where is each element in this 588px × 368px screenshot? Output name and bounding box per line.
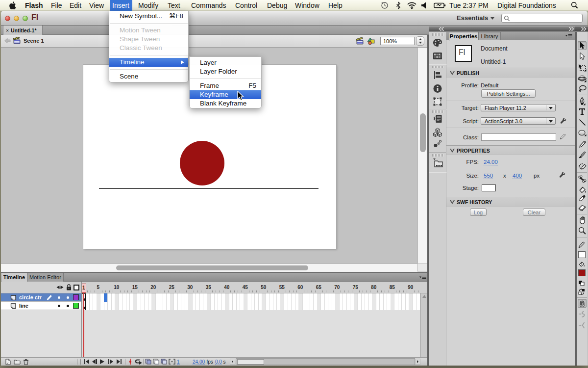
stage-red-circle[interactable] (180, 141, 224, 185)
paint-bucket-tool[interactable] (578, 185, 587, 194)
apple-menu-icon[interactable] (9, 1, 16, 12)
search-input[interactable] (501, 14, 583, 23)
script-settings-wrench-icon[interactable] (560, 117, 566, 124)
class-edit-pencil-icon[interactable] (560, 133, 566, 140)
menu-item-layer-folder[interactable]: Layer Folder (190, 67, 261, 76)
zoom-window-button[interactable] (23, 16, 28, 21)
3d-rotation-tool[interactable] (578, 74, 587, 83)
menu-item-blank-keyframe[interactable]: Blank Keyframe (190, 99, 261, 108)
stage-height-value[interactable]: 400 (513, 173, 522, 179)
menu-view[interactable]: View (89, 0, 104, 11)
motion-presets-panel-icon[interactable] (433, 139, 441, 148)
lasso-tool[interactable] (578, 84, 587, 93)
fill-color-swatch[interactable] (578, 269, 586, 276)
edit-scene-button[interactable] (356, 37, 364, 45)
layer-lock-dot[interactable] (67, 296, 69, 299)
pencil-tool[interactable] (578, 140, 587, 149)
timeline-scroll-left-icon[interactable] (230, 359, 235, 365)
menu-debug[interactable]: Debug (267, 0, 287, 11)
modify-markers-button[interactable] (169, 359, 175, 365)
spotlight-icon[interactable] (571, 1, 578, 9)
canvas-horizontal-scrollbar[interactable] (1, 263, 417, 272)
battery-icon[interactable] (434, 1, 446, 9)
deco-tool[interactable] (578, 162, 587, 171)
edit-symbols-button[interactable] (367, 37, 375, 45)
stage-horizontal-line[interactable] (99, 188, 318, 189)
tab-library[interactable]: Library (478, 32, 501, 40)
eye-icon[interactable] (56, 285, 64, 290)
scrollbar-thumb[interactable] (116, 265, 308, 270)
new-layer-button[interactable] (5, 359, 11, 365)
playhead-line[interactable] (83, 293, 84, 358)
eyedropper-tool[interactable] (578, 194, 587, 203)
layer-row-line[interactable]: line (1, 302, 82, 310)
smooth-button[interactable] (578, 311, 586, 318)
new-folder-button[interactable] (14, 359, 21, 365)
minimize-window-button[interactable] (14, 16, 19, 21)
dock-grip[interactable] (432, 154, 443, 157)
loop-button[interactable] (134, 359, 143, 365)
tab-motion-editor[interactable]: Motion Editor (27, 273, 64, 282)
selected-frame-cell[interactable] (104, 293, 108, 302)
brush-tool[interactable] (578, 151, 587, 159)
current-frame-marker[interactable]: 1 (81, 284, 87, 293)
delete-layer-trash-button[interactable] (23, 359, 29, 365)
onion-skin-button[interactable] (145, 359, 151, 365)
menu-control[interactable]: Control (235, 0, 257, 11)
layer-visibility-dot[interactable] (58, 296, 60, 299)
collapse-panels-icon[interactable] (439, 27, 444, 31)
collapse-triangle-icon[interactable] (450, 200, 455, 204)
window-title-bar[interactable]: Fl Essentials (1, 11, 588, 26)
collapse-triangle-icon[interactable] (450, 149, 455, 153)
properties-panel-menu-icon[interactable] (565, 34, 572, 38)
layer-outline-color-swatch[interactable] (73, 303, 79, 309)
project-panel-icon[interactable] (432, 158, 443, 168)
layer-lock-dot[interactable] (67, 305, 69, 307)
lock-icon[interactable] (66, 284, 72, 290)
elapsed-time-value[interactable]: 0.0 (215, 359, 222, 365)
layer-outline-color-swatch[interactable] (73, 294, 79, 300)
menu-item-new-symbol[interactable]: New Symbol...⌘F8 (109, 12, 188, 21)
text-tool[interactable] (578, 107, 587, 116)
zoom-level-input[interactable] (380, 37, 415, 45)
size-settings-wrench-icon[interactable] (559, 171, 565, 178)
hand-tool[interactable] (578, 216, 587, 225)
back-arrow-icon[interactable] (4, 38, 11, 44)
swf-history-section-header[interactable]: SWF HISTORY (446, 197, 575, 207)
close-tab-icon[interactable]: × (6, 27, 9, 33)
eraser-tool[interactable] (578, 203, 587, 212)
menu-help[interactable]: Help (328, 0, 343, 11)
free-transform-tool[interactable] (578, 63, 587, 72)
timeline-horizontal-scrollbar[interactable] (236, 358, 415, 365)
menu-bar-user[interactable]: Digital Foundations (497, 0, 556, 11)
menu-file[interactable]: File (51, 0, 62, 11)
menu-commands[interactable]: Commands (191, 0, 226, 11)
expand-panels-icon[interactable] (568, 27, 574, 31)
step-back-button[interactable] (92, 359, 97, 364)
frame-rate-value[interactable]: 24.00 (193, 359, 205, 365)
menu-insert-open[interactable]: Insert (112, 0, 129, 11)
scrollbar-thumb[interactable] (237, 359, 264, 365)
menu-item-scene[interactable]: Scene (109, 72, 188, 81)
publish-section-header[interactable]: PUBLISH (446, 68, 575, 78)
layer-name[interactable]: line (19, 303, 28, 309)
pane-resize-handle[interactable] (77, 359, 81, 365)
bluetooth-icon[interactable] (395, 1, 401, 9)
properties-section-header[interactable]: PROPERTIES (446, 145, 575, 155)
timeline-pane-divider[interactable] (81, 282, 82, 358)
time-machine-icon[interactable] (380, 1, 389, 9)
layer-name[interactable]: circle ctr (19, 294, 42, 300)
center-frame-button[interactable] (128, 358, 132, 365)
menu-item-layer[interactable]: Layer (190, 58, 261, 67)
timeline-frame-grid[interactable] (82, 293, 421, 310)
snap-to-objects-button[interactable] (578, 299, 587, 308)
layer-visibility-dot[interactable] (58, 305, 60, 307)
class-input[interactable] (481, 133, 556, 141)
menu-item-frame[interactable]: FrameF5 (190, 81, 261, 90)
scrollbar-thumb[interactable] (420, 113, 426, 152)
menu-edit[interactable]: Edit (70, 0, 81, 11)
swatches-panel-icon[interactable] (433, 52, 442, 60)
menu-text[interactable]: Text (168, 0, 180, 11)
step-forward-button[interactable] (108, 359, 114, 364)
menu-flash[interactable]: Flash (25, 0, 43, 11)
